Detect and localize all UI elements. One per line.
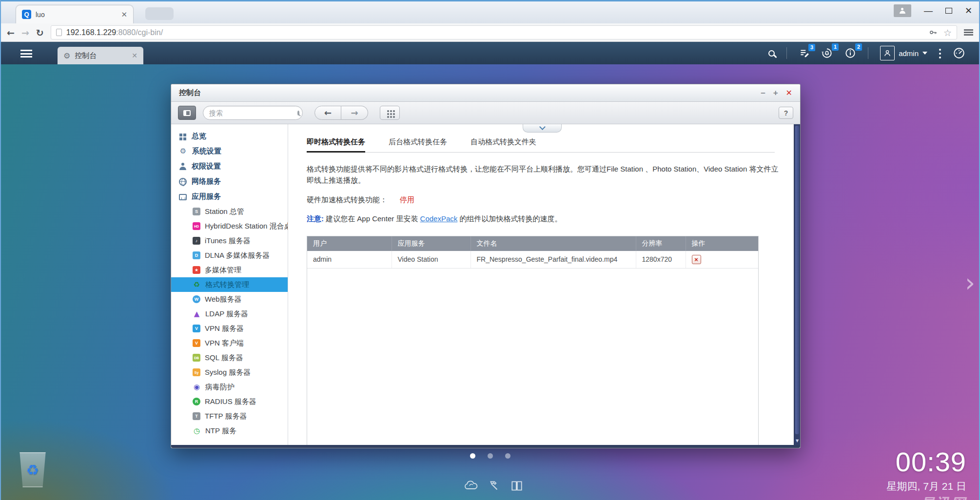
delete-task-button[interactable]: ×	[692, 255, 701, 264]
minimize-button[interactable]: –	[761, 88, 765, 98]
app-tab-close-icon[interactable]: ✕	[132, 52, 137, 59]
sidebar-item-radius-server[interactable]: RRADIUS 服务器	[171, 394, 288, 409]
new-tab-button[interactable]	[145, 7, 174, 20]
refresh-icon[interactable]: ↻	[36, 27, 44, 38]
nav-back-button[interactable]: ←	[314, 106, 341, 120]
sidebar-item-system-settings[interactable]: ⚙系统设置	[171, 144, 288, 159]
ntp-service-icon: ◷	[193, 427, 201, 435]
nav-forward-button[interactable]: →	[341, 106, 368, 120]
panel-search[interactable]	[203, 106, 303, 120]
sidebar-item-tftp-server[interactable]: TTFTP 服务器	[171, 409, 288, 423]
window-titlebar[interactable]: 控制台 – + ✕	[171, 84, 800, 102]
scroll-down-icon[interactable]: ▼	[794, 439, 800, 443]
watermark: 易迅网	[887, 494, 966, 500]
tab-background[interactable]: 后台格式转换任务	[389, 137, 447, 153]
column-header: 应用服务	[392, 236, 470, 251]
web-server-icon: W	[193, 295, 200, 303]
gear-icon: ⚙	[63, 51, 70, 60]
info-button[interactable]: 2	[844, 47, 856, 59]
window-minimize-button[interactable]: —	[924, 6, 933, 15]
browser-menu-icon[interactable]	[964, 29, 973, 36]
address-bar[interactable]: 192.168.1.229:8080/cgi-bin/ ☆	[51, 25, 957, 39]
table-cell: Video Station	[392, 251, 470, 269]
browser-tab[interactable]: Q luo ✕	[16, 5, 134, 23]
scrollbar[interactable]: ▼	[794, 124, 800, 445]
note-line: 注意: 建议您在 App Center 里安装 CodexPack 的组件以加快…	[307, 214, 785, 224]
close-button[interactable]: ✕	[786, 88, 792, 97]
url-path: :8080/cgi-bin/	[116, 28, 163, 37]
page-dot-3[interactable]	[505, 453, 510, 459]
page-dot-1[interactable]	[470, 453, 475, 459]
help-button[interactable]: ?	[779, 107, 793, 119]
sidebar-item-vpn-server[interactable]: VVPN 服务器	[171, 321, 288, 336]
page-icon	[56, 29, 62, 36]
sidebar-item-web-server[interactable]: WWeb服务器	[171, 292, 288, 307]
sidebar-item-hybriddesk-station[interactable]: HDHybridDesk Station 混合桌面...	[171, 219, 288, 233]
window-maximize-button[interactable]	[945, 8, 952, 14]
dashboard-icon[interactable]	[953, 47, 965, 59]
tasks-icon	[799, 48, 809, 58]
sidebar-item-antivirus[interactable]: ◉病毒防护	[171, 380, 288, 394]
manual-book-icon[interactable]	[510, 480, 524, 492]
sidebar-item-ldap-server[interactable]: ▲LDAP 服务器	[171, 307, 288, 321]
sidebar-item-label: Web服务器	[205, 295, 242, 304]
notifications-button[interactable]: 1	[821, 47, 833, 59]
sidebar-item-label: LDAP 服务器	[205, 309, 248, 319]
sidebar-item-ntp-service[interactable]: ◷NTP 服务	[171, 423, 288, 438]
panel-content: 即时格式转换任务后台格式转换任务自动格式转换文件夹 格式转换功能提供将不同的影片…	[288, 124, 800, 445]
content-tabs: 即时格式转换任务后台格式转换任务自动格式转换文件夹	[307, 137, 775, 153]
sidebar-item-itunes-server[interactable]: ♪iTunes 服务器	[171, 233, 288, 248]
tab-realtime[interactable]: 即时格式转换任务	[307, 137, 365, 153]
next-page-arrow[interactable]: ›	[965, 268, 975, 297]
table-cell: admin	[307, 251, 392, 269]
scrollbar-thumb[interactable]	[795, 126, 799, 434]
sidebar-item-label: 病毒防护	[205, 383, 235, 392]
window-close-button[interactable]: ✕	[965, 6, 972, 15]
user-menu[interactable]: admin	[880, 46, 927, 60]
recycle-bin[interactable]: ♻	[18, 452, 48, 487]
bookmark-star-icon[interactable]: ☆	[943, 27, 952, 38]
sidebar-item-syslog-server[interactable]: SySyslog 服务器	[171, 365, 288, 380]
desktop-dock	[463, 480, 524, 492]
browser-toolbar: ← → ↻ 192.168.1.229:8080/cgi-bin/ ☆	[1, 23, 979, 42]
sidebar-toggle-button[interactable]	[178, 106, 196, 120]
maximize-button[interactable]: +	[773, 88, 778, 98]
sidebar-item-multimedia-management[interactable]: ★多媒体管理	[171, 263, 288, 277]
search-icon[interactable]	[768, 50, 775, 57]
clock-time: 00:39	[887, 448, 966, 476]
sidebar-item-overview[interactable]: 总览	[171, 129, 288, 144]
radius-server-icon: R	[193, 398, 200, 405]
browser-profile-button[interactable]	[894, 4, 911, 17]
sidebar-item-privilege-settings[interactable]: 权限设置	[171, 159, 288, 174]
hw-accel-status: 停用	[400, 195, 414, 204]
sidebar-item-vpn-client[interactable]: VVPN 客户端	[171, 336, 288, 350]
info-badge: 2	[855, 43, 862, 51]
forward-icon[interactable]: →	[21, 27, 29, 38]
recycle-icon: ♻	[26, 462, 39, 479]
cloud-icon[interactable]	[463, 480, 478, 492]
search-input[interactable]	[209, 109, 297, 117]
open-app-tab[interactable]: ⚙ 控制台 ✕	[58, 47, 143, 64]
alert-sync-icon	[821, 47, 833, 59]
feature-description: 格式转换功能提供将不同的影片格式进行格式转换，让您能在不同平台上顺利播放。您可通…	[307, 163, 785, 186]
apps-grid-button[interactable]	[380, 106, 400, 120]
background-tasks-button[interactable]: 3	[799, 48, 809, 58]
tab-auto-folder[interactable]: 自动格式转换文件夹	[470, 137, 536, 153]
sidebar-item-station-manager[interactable]: SStation 总管	[171, 204, 288, 219]
sidebar-item-transcode-management[interactable]: ♻格式转换管理	[171, 277, 288, 292]
sidebar-item-network-services[interactable]: 网络服务	[171, 174, 288, 189]
more-options-icon[interactable]	[939, 49, 941, 51]
tab-close-icon[interactable]: ✕	[121, 10, 127, 19]
main-menu-icon[interactable]	[20, 50, 32, 58]
sidebar-item-application-services[interactable]: 应用服务	[171, 189, 288, 204]
page-dot-2[interactable]	[488, 453, 493, 459]
collapse-description-button[interactable]	[523, 124, 562, 133]
sidebar-item-sql-server[interactable]: DBSQL 服务器	[171, 350, 288, 365]
codexpack-link[interactable]: CodexPack	[420, 214, 458, 223]
tools-icon[interactable]	[488, 480, 500, 492]
back-icon[interactable]: ←	[7, 27, 15, 38]
key-icon[interactable]	[929, 28, 938, 37]
browser-tabstrip: Q luo ✕ — ✕	[1, 0, 979, 23]
sidebar-item-dlna-media-server[interactable]: DDLNA 多媒体服务器	[171, 248, 288, 263]
panel-icon	[183, 110, 191, 116]
